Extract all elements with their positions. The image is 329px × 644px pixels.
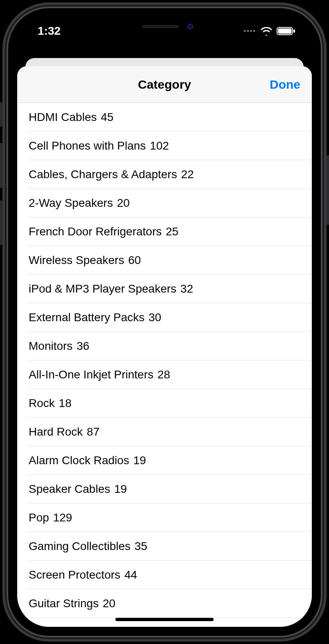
list-item[interactable]: Rock18 [29, 389, 312, 418]
category-name: Cables, Chargers & Adapters [29, 168, 177, 181]
front-camera [187, 24, 193, 29]
category-count: 44 [124, 568, 137, 581]
list-item[interactable]: Monitors36 [29, 332, 312, 360]
list-item[interactable]: French Door Refrigerators25 [29, 217, 312, 246]
screen: 1:32 •••• [17, 17, 312, 627]
category-count: 19 [133, 454, 146, 467]
category-name: French Door Refrigerators [29, 225, 162, 238]
category-count: 60 [128, 254, 141, 267]
category-name: Gaming Collectibles [29, 540, 131, 553]
category-name: Speaker Cables [29, 483, 110, 496]
category-name: Monitors [29, 340, 72, 353]
cellular-dots-icon: •••• [244, 27, 256, 35]
category-count: 102 [150, 139, 169, 152]
category-name: Pop [29, 511, 49, 524]
category-list[interactable]: HDMI Cables45Cell Phones with Plans102Ca… [17, 103, 312, 627]
category-count: 18 [59, 397, 72, 410]
category-count: 25 [166, 225, 178, 238]
category-name: 2-Way Speakers [29, 197, 113, 210]
list-item[interactable]: Cell Phones with Plans102 [29, 132, 312, 160]
list-item[interactable]: Wireless Speakers60 [29, 246, 312, 275]
list-item[interactable]: Alarm Clock Radios19 [29, 446, 312, 475]
category-name: HDMI Cables [29, 111, 97, 124]
category-count: 22 [181, 168, 194, 181]
home-indicator[interactable] [115, 618, 214, 621]
category-name: External Battery Packs [29, 311, 144, 324]
svg-rect-2 [293, 29, 295, 33]
list-item[interactable]: Cables, Chargers & Adapters22 [29, 160, 312, 189]
category-name: Guitar Strings [29, 597, 99, 610]
category-count: 35 [135, 540, 147, 553]
device-frame: 1:32 •••• [8, 8, 321, 636]
category-count: 19 [114, 483, 127, 496]
category-name: Rock [29, 397, 55, 410]
earpiece-speaker [142, 25, 179, 28]
svg-rect-1 [278, 29, 292, 34]
side-button[interactable] [327, 155, 329, 225]
category-name: iPod & MP3 Player Speakers [29, 282, 176, 295]
category-count: 20 [103, 597, 115, 610]
category-count: 30 [149, 311, 161, 324]
category-count: 36 [77, 340, 89, 353]
category-count: 129 [53, 511, 72, 524]
category-name: Alarm Clock Radios [29, 454, 129, 467]
volume-up-button[interactable] [0, 143, 2, 188]
navigation-bar: Category Done [17, 66, 312, 103]
list-item[interactable]: All-In-One Inkjet Printers28 [29, 360, 312, 389]
volume-down-button[interactable] [0, 200, 2, 245]
category-count: 87 [87, 425, 99, 438]
category-name: Screen Protectors [29, 568, 120, 581]
category-count: 32 [180, 282, 193, 295]
list-item[interactable]: iPod & MP3 Player Speakers32 [29, 275, 312, 303]
notch [103, 17, 226, 36]
list-item[interactable]: Pop129 [29, 503, 312, 532]
list-item[interactable]: HDMI Cables45 [29, 103, 312, 132]
battery-icon [277, 27, 295, 36]
list-item[interactable]: External Battery Packs30 [29, 303, 312, 332]
wifi-icon [260, 27, 273, 36]
list-item[interactable]: 2-Way Speakers20 [29, 189, 312, 217]
category-count: 20 [117, 197, 130, 210]
done-button[interactable]: Done [270, 78, 300, 92]
category-name: Hard Rock [29, 425, 83, 438]
category-count: 45 [101, 111, 113, 124]
list-item[interactable]: Speaker Cables19 [29, 475, 312, 503]
category-count: 28 [158, 368, 170, 381]
category-name: All-In-One Inkjet Printers [29, 368, 153, 381]
list-item[interactable]: Screen Protectors44 [29, 561, 312, 589]
list-item[interactable]: Gaming Collectibles35 [29, 532, 312, 561]
category-name: Wireless Speakers [29, 254, 124, 267]
category-name: Cell Phones with Plans [29, 139, 146, 152]
list-item[interactable]: Hard Rock87 [29, 418, 312, 446]
mute-switch[interactable] [0, 102, 2, 127]
list-item[interactable]: Guitar Strings20 [29, 589, 312, 618]
modal-sheet: Category Done HDMI Cables45Cell Phones w… [17, 66, 312, 627]
page-title: Category [138, 78, 191, 92]
status-time: 1:32 [38, 25, 61, 38]
